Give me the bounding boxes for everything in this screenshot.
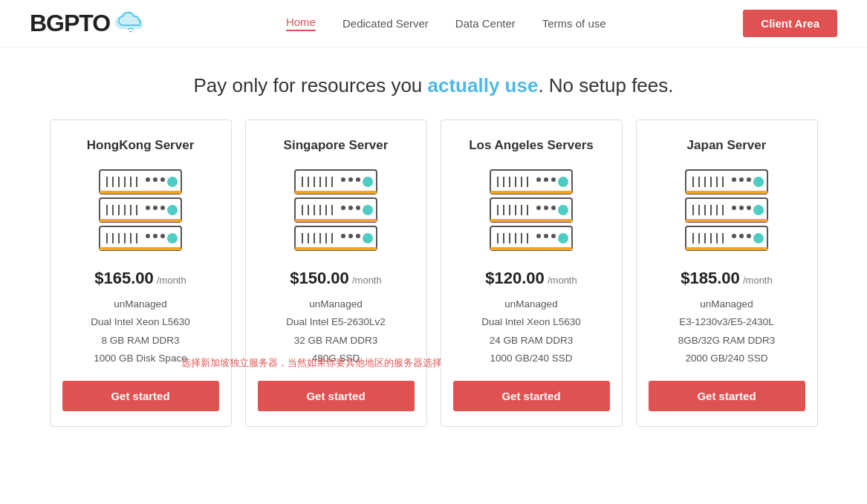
svg-point-47	[363, 177, 373, 187]
logo: BGPTO	[30, 9, 149, 38]
card-hongkong: HongKong Server	[50, 120, 232, 427]
svg-point-128	[732, 206, 736, 210]
svg-point-58	[356, 206, 360, 210]
svg-point-21	[153, 206, 158, 210]
svg-rect-1	[100, 191, 181, 194]
svg-rect-37	[295, 191, 377, 194]
svg-point-68	[341, 234, 345, 238]
specs-japan: unManaged E3-1230v3/E5-2430L 8GB/32G RAM…	[678, 295, 776, 367]
svg-point-33	[153, 234, 158, 238]
svg-point-44	[341, 177, 345, 182]
nav-home[interactable]: Home	[286, 16, 316, 31]
svg-rect-97	[490, 247, 572, 250]
server-icon-japan	[678, 166, 775, 255]
svg-point-46	[356, 177, 360, 182]
svg-point-104	[536, 234, 541, 238]
specs-hongkong: unManaged Dual Intel Xeon L5630 8 GB RAM…	[91, 295, 190, 367]
svg-point-107	[558, 233, 568, 243]
svg-point-116	[732, 177, 736, 182]
cards-section: HongKong Server	[0, 112, 867, 449]
get-started-hongkong[interactable]: Get started	[62, 381, 219, 411]
svg-point-8	[146, 177, 150, 182]
svg-point-92	[536, 206, 541, 210]
svg-point-9	[153, 177, 158, 182]
svg-rect-25	[100, 247, 181, 250]
card-title-singapore: Singapore Server	[284, 138, 389, 153]
svg-point-70	[356, 234, 360, 238]
svg-rect-49	[295, 219, 377, 222]
get-started-losangeles[interactable]: Get started	[453, 381, 610, 411]
client-area-button[interactable]: Client Area	[743, 10, 837, 37]
card-title-hongkong: HongKong Server	[87, 138, 195, 153]
svg-point-141	[739, 234, 744, 238]
svg-point-94	[551, 206, 556, 210]
svg-point-117	[739, 177, 744, 182]
server-icon-hongkong	[92, 166, 189, 255]
svg-point-81	[544, 177, 548, 182]
get-started-singapore[interactable]: Get started	[258, 381, 415, 411]
svg-point-106	[551, 234, 556, 238]
price-losangeles: $120.00 /month	[485, 269, 577, 288]
svg-rect-133	[686, 247, 767, 250]
svg-point-57	[348, 206, 353, 210]
svg-point-10	[160, 177, 165, 182]
svg-point-35	[167, 233, 178, 243]
svg-point-130	[747, 206, 751, 210]
logo-text: BGPTO	[30, 10, 110, 37]
svg-rect-13	[100, 219, 181, 222]
nav-terms[interactable]: Terms of use	[542, 17, 606, 30]
svg-point-11	[167, 177, 178, 187]
price-singapore: $150.00 /month	[290, 269, 381, 288]
svg-point-59	[363, 205, 373, 215]
svg-point-69	[348, 234, 353, 238]
price-japan: $185.00 /month	[681, 269, 772, 288]
server-icon-losangeles	[483, 166, 579, 255]
svg-point-143	[753, 233, 764, 243]
get-started-japan[interactable]: Get started	[649, 381, 805, 411]
svg-point-56	[341, 206, 345, 210]
svg-rect-61	[295, 247, 377, 250]
svg-point-82	[551, 177, 556, 182]
svg-point-32	[146, 234, 150, 238]
svg-point-34	[160, 234, 165, 238]
nav-data-center[interactable]: Data Center	[455, 17, 516, 30]
hero-text-after: . No setup fees.	[538, 74, 673, 96]
svg-point-80	[536, 177, 541, 182]
svg-point-23	[167, 205, 178, 215]
svg-rect-109	[686, 191, 767, 194]
svg-point-45	[348, 177, 353, 182]
svg-rect-73	[490, 191, 572, 194]
price-hongkong: $165.00 /month	[94, 269, 186, 288]
hero-section: Pay only for resources you actually use.…	[0, 48, 867, 112]
svg-point-119	[753, 177, 764, 187]
hero-text-before: Pay only for resources you	[193, 74, 427, 96]
card-losangeles: Los Angeles Servers	[441, 120, 623, 427]
svg-point-95	[558, 205, 568, 215]
svg-point-131	[753, 205, 764, 215]
svg-rect-121	[686, 219, 767, 222]
svg-point-71	[363, 233, 373, 243]
hero-highlight: actually use	[428, 74, 539, 96]
nav-dedicated-server[interactable]: Dedicated Server	[342, 17, 429, 30]
svg-point-129	[739, 206, 744, 210]
svg-point-22	[160, 206, 165, 210]
svg-point-93	[544, 206, 548, 210]
card-japan: Japan Server	[636, 120, 818, 427]
svg-point-105	[544, 234, 548, 238]
card-title-japan: Japan Server	[687, 138, 767, 153]
svg-point-118	[747, 177, 751, 182]
card-title-losangeles: Los Angeles Servers	[469, 138, 594, 153]
svg-point-83	[558, 177, 568, 187]
specs-losangeles: unManaged Dual Intel Xeon L5630 24 GB RA…	[481, 295, 581, 367]
card-singapore: Singapore Server	[245, 120, 427, 427]
nav: Home Dedicated Server Data Center Terms …	[286, 16, 606, 31]
header: BGPTO Home Dedicated Server Data Center …	[0, 0, 867, 48]
logo-cloud-icon	[113, 9, 149, 38]
svg-point-140	[732, 234, 736, 238]
svg-point-142	[747, 234, 751, 238]
svg-rect-85	[490, 219, 572, 222]
server-icon-singapore	[288, 166, 384, 255]
svg-point-20	[146, 206, 150, 210]
